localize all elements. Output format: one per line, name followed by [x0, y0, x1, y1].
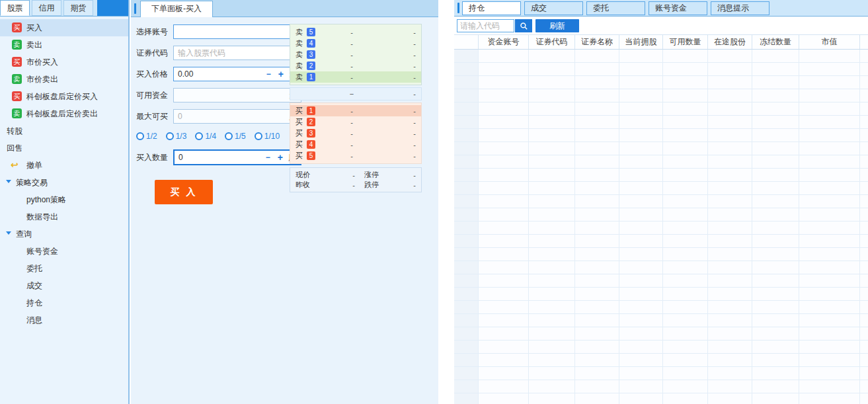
table-cell	[799, 116, 860, 128]
order-book-mid-row[interactable]: − -	[290, 87, 422, 101]
tab-positions[interactable]: 持仓	[462, 1, 521, 15]
order-book-sell-row-4[interactable]: 卖4--	[290, 38, 421, 49]
sidebar-item-positions[interactable]: 持仓	[0, 294, 128, 311]
security-code-input[interactable]	[178, 48, 297, 58]
sidebar-item-market-buy[interactable]: 买市价买入	[0, 54, 128, 71]
sidebar-item-label: 撤单	[26, 160, 42, 171]
table-cell	[454, 380, 479, 393]
table-cell	[752, 142, 799, 155]
level-number-badge: 3	[307, 129, 315, 138]
account-select[interactable]	[173, 24, 301, 39]
sidebar-item-orders[interactable]: 委托	[0, 260, 128, 277]
info-label: 昨收	[296, 180, 329, 190]
price-minus-button[interactable]: −	[266, 69, 271, 79]
fraction-radio-1-5[interactable]: 1/5	[225, 132, 246, 141]
table-cell	[663, 195, 708, 208]
table-cell	[708, 341, 752, 353]
table-cell	[619, 248, 663, 261]
panel-drag-grip[interactable]	[134, 3, 136, 14]
panel-drag-grip-right[interactable]	[457, 3, 459, 13]
sidebar-item-python-strategy[interactable]: python策略	[0, 191, 128, 208]
sidebar-item-query[interactable]: 查询	[0, 225, 128, 243]
order-book-buy-row-5[interactable]: 买5--	[290, 150, 421, 161]
order-book-sell-row-3[interactable]: 卖3--	[290, 49, 421, 60]
quantity-plus-button[interactable]: +	[278, 152, 283, 163]
sidebar-item-convert-shares[interactable]: 转股	[0, 122, 128, 140]
table-cell	[799, 261, 860, 274]
sidebar-item-strategy-trading[interactable]: 策略交易	[0, 174, 128, 191]
table-cell	[860, 314, 868, 327]
fraction-radio-1-2[interactable]: 1/2	[136, 132, 157, 141]
table-cell	[663, 182, 708, 194]
sidebar-item-trades[interactable]: 成交	[0, 277, 128, 294]
sidebar-item-data-export[interactable]: 数据导出	[0, 208, 128, 225]
positions-table: 资金账号证券代码证券名称当前拥股可用数量在途股份冻结数量市值	[454, 34, 868, 404]
tab-futures[interactable]: 期货	[63, 0, 93, 16]
quantity-minus-button[interactable]: −	[266, 153, 270, 162]
buy-price-input[interactable]	[178, 69, 259, 79]
sidebar-item-account-funds[interactable]: 账号资金	[0, 243, 128, 260]
tab-account-funds[interactable]: 账号资金	[649, 1, 707, 15]
sidebar-item-star-afterhours-sell[interactable]: 卖科创板盘后定价卖出	[0, 105, 128, 122]
sidebar-item-star-afterhours-buy[interactable]: 买科创板盘后定价买入	[0, 88, 128, 105]
table-cell	[529, 274, 575, 287]
table-cell	[860, 129, 868, 141]
table-cell	[619, 235, 663, 247]
table-cell	[454, 155, 479, 168]
tab-credit[interactable]: 信用	[32, 0, 61, 16]
search-button[interactable]	[515, 19, 532, 32]
table-cell	[454, 327, 479, 340]
sidebar-item-messages[interactable]: 消息	[0, 311, 128, 329]
price-plus-button[interactable]: +	[278, 69, 284, 79]
tab-stocks[interactable]: 股票	[0, 0, 30, 16]
max-buy-field[interactable]	[178, 112, 284, 121]
table-cell	[575, 274, 619, 287]
tab-message-tips[interactable]: 消息提示	[711, 1, 769, 15]
available-funds-field[interactable]	[178, 91, 284, 100]
tab-order-panel-buy[interactable]: 下单面板-买入	[140, 1, 213, 17]
table-row	[454, 208, 868, 222]
fraction-radio-1-4[interactable]: 1/4	[195, 132, 216, 141]
sidebar-item-sell[interactable]: 卖卖出	[0, 36, 128, 54]
order-book-sell-row-1[interactable]: 卖1--	[290, 71, 421, 83]
info-value: -	[329, 181, 355, 189]
level-label: 买	[296, 117, 305, 127]
order-book-buy-row-1[interactable]: 买1--	[290, 105, 421, 116]
tab-label: 股票	[7, 3, 23, 14]
order-book-sell-row-2[interactable]: 卖2--	[290, 60, 421, 71]
collapse-triangle-icon	[6, 180, 11, 183]
fraction-radio-1-10[interactable]: 1/10	[255, 132, 280, 141]
search-row: 刷新	[457, 19, 579, 32]
code-search-input[interactable]	[457, 21, 514, 30]
table-cell	[860, 222, 868, 234]
sidebar-item-label: 持仓	[26, 298, 42, 309]
tab-label: 委托	[593, 3, 609, 14]
order-book-buy-row-2[interactable]: 买2--	[290, 116, 421, 128]
tab-trades[interactable]: 成交	[524, 1, 583, 15]
order-book-buy-row-4[interactable]: 买4--	[290, 139, 421, 150]
table-cell	[454, 76, 479, 89]
sidebar-item-cancel-order[interactable]: ↩撤单	[0, 157, 128, 174]
fraction-label: 1/3	[176, 132, 187, 141]
refresh-button[interactable]: 刷新	[535, 19, 579, 32]
table-cell	[454, 341, 479, 353]
sidebar-item-put-back[interactable]: 回售	[0, 140, 128, 157]
table-cell	[454, 129, 479, 141]
order-panel-tab-strip: 下单面板-买入	[131, 0, 438, 17]
table-cell	[619, 50, 663, 62]
tab-orders[interactable]: 委托	[586, 1, 645, 15]
sidebar-items: 买买入卖卖出买市价买入卖市价卖出买科创板盘后定价买入卖科创板盘后定价卖出转股回售…	[0, 17, 128, 329]
order-book-buy-row-3[interactable]: 买3--	[290, 128, 421, 139]
sidebar-item-buy[interactable]: 买买入	[0, 19, 128, 36]
buy-button[interactable]: 买 入	[155, 180, 213, 204]
level-number-badge: 4	[307, 39, 315, 48]
buy-quantity-input[interactable]	[178, 153, 258, 162]
order-book-sell-row-5[interactable]: 卖5--	[290, 26, 421, 38]
table-cell	[860, 102, 868, 115]
level-price: -	[315, 130, 388, 138]
sidebar-item-market-sell[interactable]: 卖市价卖出	[0, 71, 128, 88]
fraction-radio-1-3[interactable]: 1/3	[166, 132, 187, 141]
radio-circle-icon	[195, 132, 203, 140]
table-cell	[619, 380, 663, 393]
table-cell	[663, 274, 708, 287]
